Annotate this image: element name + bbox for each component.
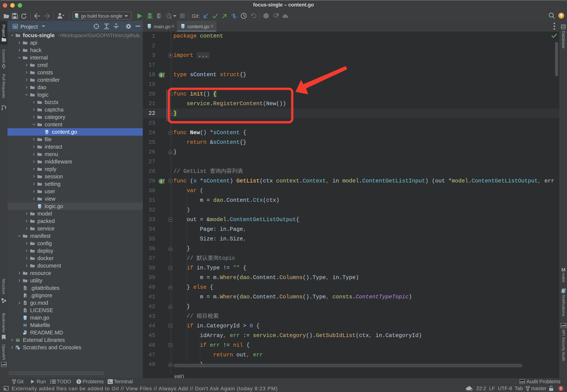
svg-text:I: I (160, 180, 162, 183)
svg-text:/API: /API (520, 381, 524, 383)
svg-text:M: M (23, 323, 27, 328)
svg-text:MD: MD (23, 333, 26, 335)
svg-text:/API: /API (2, 364, 6, 366)
svg-text:/API: /API (561, 324, 566, 327)
svg-text:I: I (160, 73, 162, 77)
